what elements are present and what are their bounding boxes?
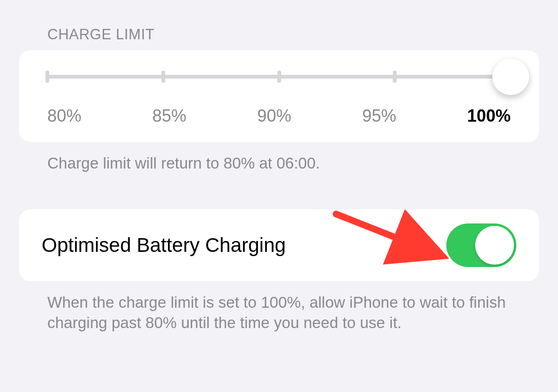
slider-tick-label: 80% xyxy=(47,106,81,126)
slider-tick xyxy=(161,71,165,83)
optimised-charging-footer: When the charge limit is set to 100%, al… xyxy=(0,281,558,333)
slider-tick-label: 85% xyxy=(152,106,186,126)
slider-thumb[interactable] xyxy=(492,58,529,95)
slider-labels: 80%85%90%95%100% xyxy=(47,106,511,126)
optimised-charging-toggle[interactable] xyxy=(446,223,516,267)
slider-tick-label: 90% xyxy=(257,106,291,126)
charge-limit-slider[interactable]: 80%85%90%95%100% xyxy=(47,75,511,126)
optimised-charging-label: Optimised Battery Charging xyxy=(42,234,286,257)
optimised-charging-row: Optimised Battery Charging xyxy=(19,209,539,281)
slider-tick-label: 95% xyxy=(362,106,396,126)
slider-tick xyxy=(393,71,397,83)
toggle-knob xyxy=(475,226,514,265)
charge-limit-footer: Charge limit will return to 80% at 06:00… xyxy=(0,142,558,174)
charge-limit-card: 80%85%90%95%100% xyxy=(19,50,539,142)
section-header-charge-limit: CHARGE LIMIT xyxy=(0,0,558,50)
slider-tick xyxy=(45,71,49,83)
slider-tick xyxy=(277,71,281,83)
slider-tick-label: 100% xyxy=(467,106,511,126)
slider-track xyxy=(47,75,511,79)
